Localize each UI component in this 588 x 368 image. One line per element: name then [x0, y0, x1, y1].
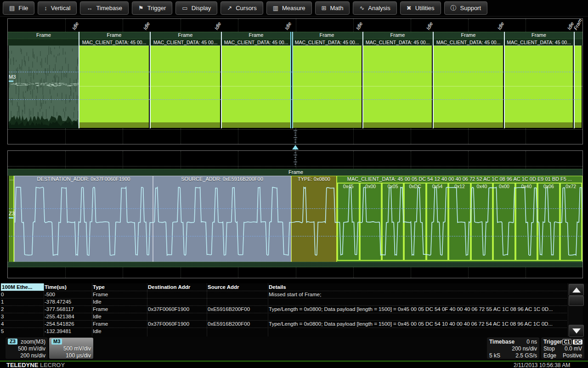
menu-button-label: Trigger	[147, 5, 166, 12]
table-cell: Missed start of Frame;	[269, 291, 566, 298]
frame-fill	[79, 46, 149, 123]
table-cell: 3	[1, 313, 43, 320]
menu-button-measure[interactable]: ▥Measure	[266, 1, 312, 15]
grid-line	[411, 128, 411, 144]
footer: TELEDYNE LECROY 2/11/2013 10:56:38 AM	[0, 362, 588, 368]
scrollbar-thumb[interactable]	[569, 296, 584, 306]
menu-button-label: Math	[330, 5, 343, 12]
table-cell	[148, 291, 206, 298]
grid-line	[123, 19, 123, 32]
frame-label: Frame	[511, 32, 566, 38]
table-cell: -255.421384	[45, 313, 91, 320]
table-cell: -254.541826	[45, 320, 91, 328]
table-cell: Idle	[93, 328, 147, 335]
table-cell: -500	[45, 291, 91, 298]
frame-boundary-line	[150, 32, 151, 128]
table-cell	[148, 298, 206, 305]
table-cell: -378.47245	[45, 298, 91, 305]
column-separator	[568, 283, 568, 336]
table-cell	[148, 313, 206, 320]
table-cell	[208, 291, 267, 298]
horizontal-cursor-line[interactable]	[9, 236, 582, 236]
menu-button-file[interactable]: ▤File	[3, 1, 34, 15]
scrollbar-track[interactable]	[569, 306, 583, 324]
oscilloscope-screen: { "menu": { "items": [ {"label":"File","…	[0, 0, 588, 368]
timebase-scale: 200 ns/div	[512, 345, 537, 352]
menu-button-label: Support	[460, 5, 481, 12]
trace-label-m3: M3	[9, 74, 16, 80]
z3-badge: Z3	[8, 339, 17, 345]
trigger-delay-marker[interactable]	[292, 145, 299, 150]
utilities-icon: ✖	[407, 5, 412, 11]
grid-line	[526, 128, 526, 144]
menu-button-support[interactable]: ⓘSupport	[444, 1, 488, 15]
frame-label: Frame	[441, 32, 496, 38]
table-row[interactable]: 4-254.541826Frame0x37F0060F19000xE5916B2…	[0, 320, 568, 328]
mac-client-data-label: MAC_CLIENT_DATA: 45 00...	[221, 40, 291, 45]
up-arrow-icon	[572, 288, 581, 293]
horizontal-cursor-line[interactable]	[9, 72, 582, 72]
menu-button-analysis[interactable]: ∿Analysis	[353, 1, 396, 15]
horizontal-cursor-line[interactable]	[9, 99, 582, 100]
timebase-descriptor[interactable]: Timebase 0 ns 200 ns/div 5 kS 2.5 GS/s	[487, 338, 539, 359]
table-row[interactable]: 3-255.421384Idle	[0, 313, 568, 320]
waveform-panel-m3[interactable]: IdleIdleIdleIdleIdleIdleIdleIdleFramFram…	[7, 18, 583, 144]
byte-value-label: 0x00	[360, 184, 382, 189]
mac-client-data-label: MAC_CLIENT_DATA: 45 00...	[363, 40, 432, 45]
frame-fill-edge	[222, 122, 290, 128]
menu-button-math[interactable]: ⊞Math	[315, 1, 350, 15]
grid-line	[526, 19, 526, 32]
menu-button-label: Utilities	[415, 5, 435, 12]
waveform-panel-z3[interactable]: Frame...DESTINATION_ADDR: 0x37F0060F1900…	[7, 150, 583, 278]
mac-client-data-label: MAC_CLIENT_DATA: 45 00...	[150, 40, 220, 45]
frame-boundary-line	[292, 32, 293, 128]
table-row[interactable]: 2-377.568117Frame0x37F0060F19000xE5916B2…	[0, 305, 568, 313]
zoom-z3-descriptor[interactable]: Z3 zoom(M3) 500 mV/div 200 ns/div	[6, 338, 48, 359]
table-row[interactable]: 1-378.47245Idle	[0, 298, 568, 305]
horizontal-cursor-line[interactable]	[9, 208, 582, 209]
column-header-protocol[interactable]: 100M Ethe...	[1, 283, 44, 291]
column-header-details: Details	[269, 283, 566, 291]
column-header-destination-addr: Destination Addr	[148, 283, 206, 291]
idle-label: Idle	[496, 21, 505, 31]
row-separator	[1, 320, 567, 321]
menu-button-display[interactable]: ▭Display	[175, 1, 217, 15]
byte-value-label: 0x06	[537, 184, 560, 189]
calculator-icon: ⊞	[322, 5, 327, 11]
table-cell: Frame	[93, 305, 147, 313]
trigger-position-ruler[interactable]	[289, 129, 301, 167]
row-separator	[1, 313, 567, 313]
trace-m3-descriptor[interactable]: M3 500 mV/div 100 µs/div	[49, 338, 93, 359]
timebase-samplerate: 2.5 GS/s	[515, 352, 537, 359]
display-icon: ▭	[182, 5, 187, 11]
menu-button-vertical[interactable]: ↕Vertical	[38, 1, 77, 15]
table-cell	[208, 298, 267, 305]
decode-field-label: MAC_CLIENT_DATA: 45 00 05 DC 54 12 40 00…	[337, 176, 582, 182]
byte-value-label: 0x12	[448, 184, 471, 189]
horizontal-arrows-icon: ↔	[86, 5, 92, 11]
frame-boundary-line	[79, 32, 79, 128]
menu-button-timebase[interactable]: ↔Timebase	[80, 1, 129, 15]
scrollbar-down-button[interactable]	[569, 325, 584, 337]
cursor-arrow-icon: ↗	[227, 5, 232, 11]
menu-button-trigger[interactable]: ⚑Trigger	[132, 1, 172, 15]
grid-line	[411, 19, 411, 32]
idle-label: Idle	[142, 21, 151, 31]
menu-button-utilities[interactable]: ✖Utilities	[400, 1, 441, 15]
brand-logo: TELEDYNE LECROY	[6, 362, 65, 368]
frame-label: Frame	[370, 32, 425, 38]
scrollbar-up-button[interactable]	[569, 284, 584, 296]
m3-badge: M3	[51, 339, 62, 345]
table-row[interactable]: 5-132.39481Idle	[0, 328, 568, 335]
decode-field-label: DESTINATION_ADDR: 0x37F0060F1900	[14, 176, 153, 182]
file-icon: ▤	[9, 5, 15, 11]
datetime: 2/11/2013 10:56:38 AM	[514, 362, 570, 368]
byte-value-label: 0x72	[560, 184, 582, 189]
menu-button-cursors[interactable]: ↗Cursors	[220, 1, 263, 15]
down-arrow-icon	[572, 328, 581, 334]
table-cell: Idle	[93, 313, 147, 320]
table-cell: 0xE5916B200F00	[208, 305, 267, 313]
trigger-mode: Stop	[543, 345, 555, 352]
table-row[interactable]: 0-500FrameMissed start of Frame;	[0, 291, 568, 298]
trigger-descriptor[interactable]: Trigger C1DC Stop 0.0 mV Edge Positive	[541, 338, 584, 359]
